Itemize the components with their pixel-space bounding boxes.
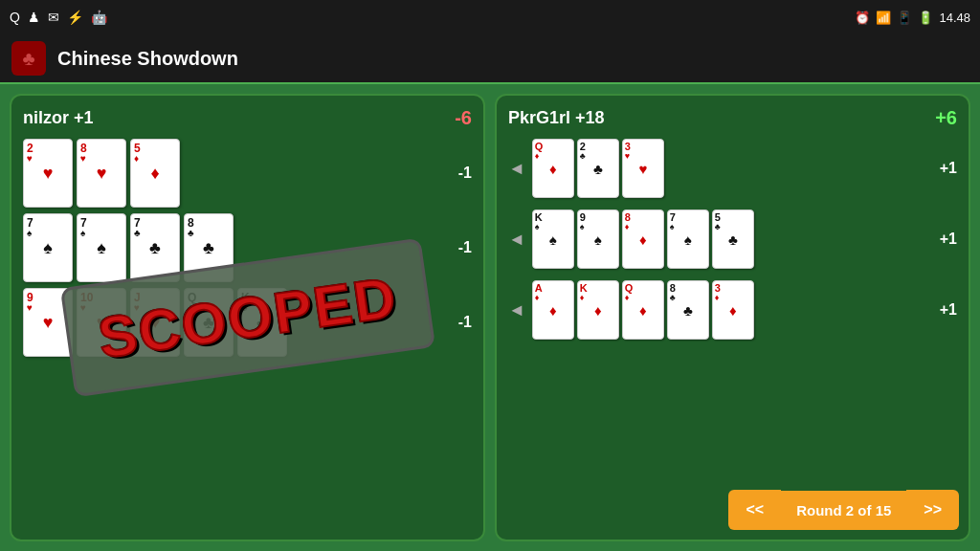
mail-icon: ✉ [48, 10, 59, 25]
prev-round-button[interactable]: << [728, 490, 781, 530]
app-title: Chinese Showdown [57, 48, 238, 70]
status-right-icons: ⏰ 📶 📱 🔋 14.48 [855, 11, 970, 25]
player1-panel: nilzor +1 -6 2♥ ♥ 8♥ ♥ 5♦ ♦ -1 [10, 94, 485, 541]
round-label: Round 2 of 15 [781, 491, 906, 530]
card-ks: K♠ ♠ [532, 209, 574, 269]
player1-row2-score: -1 [438, 239, 472, 256]
player1-row1-score: -1 [438, 165, 472, 182]
player2-name: PkrG1rl +18 [508, 108, 605, 128]
card-8c2: 8♣ ♣ [667, 280, 709, 340]
wifi-icon: 📶 [876, 11, 891, 25]
alarm-icon: ⏰ [855, 11, 870, 25]
main-content: nilzor +1 -6 2♥ ♥ 8♥ ♥ 5♦ ♦ -1 [0, 84, 980, 551]
player2-row-3: ◄ A♦ ♦ K♦ ♦ Q♦ ♦ 8♣ ♣ 3♦ [508, 280, 957, 340]
card-8h: 8♥ ♥ [77, 139, 126, 208]
arrow-left-3: ◄ [508, 300, 525, 320]
player1-name: nilzor +1 [23, 108, 94, 128]
arrow-left-1: ◄ [508, 159, 525, 179]
club-icon: ♣ [22, 48, 34, 70]
arrow-left-2: ◄ [508, 230, 525, 250]
player2-row1-score: +1 [924, 160, 957, 177]
android-icon: 🤖 [91, 10, 107, 25]
next-round-button[interactable]: >> [906, 490, 959, 530]
card-qd: Q♦ ♦ [532, 139, 574, 198]
game-icon: ♟ [28, 10, 40, 25]
player2-header: PkrG1rl +18 +6 [508, 107, 957, 129]
card-3d: 3♦ ♦ [712, 280, 754, 340]
player1-row-1: 2♥ ♥ 8♥ ♥ 5♦ ♦ -1 [23, 139, 472, 208]
card-2h: 2♥ ♥ [23, 139, 73, 208]
player2-score: +6 [935, 107, 957, 129]
app-icon: ♣ [11, 41, 46, 76]
card-9s: 9♠ ♠ [577, 209, 619, 269]
player2-row3-score: +1 [924, 301, 957, 319]
player1-header: nilzor +1 -6 [23, 107, 472, 129]
bottom-navigation: << Round 2 of 15 >> [728, 490, 959, 530]
time-display: 14.48 [939, 11, 970, 25]
card-7s2: 7♠ ♠ [77, 213, 126, 282]
signal-icon: 📱 [897, 11, 912, 25]
title-bar: ♣ Chinese Showdown [0, 34, 980, 84]
scooped-text: SCOOPED [94, 265, 400, 370]
battery-icon: 🔋 [918, 11, 933, 25]
card-5c: 5♣ ♣ [712, 209, 754, 269]
player2-card-rows: ◄ Q♦ ♦ 2♣ ♣ 3♥ ♥ +1 ◄ K♠ [508, 139, 957, 345]
card-ad: A♦ ♦ [532, 280, 574, 340]
card-7s: 7♠ ♠ [667, 209, 709, 269]
card-3h: 3♥ ♥ [622, 139, 664, 198]
player1-row3-score: -1 [438, 314, 472, 331]
status-left-icons: Q ♟ ✉ ⚡ 🤖 [10, 10, 107, 25]
card-qd2: Q♦ ♦ [622, 280, 664, 340]
status-bar: Q ♟ ✉ ⚡ 🤖 ⏰ 📶 📱 🔋 14.48 [0, 0, 980, 34]
player2-row-2: ◄ K♠ ♠ 9♠ ♠ 8♦ ♦ 7♠ ♠ 5♣ [508, 209, 957, 269]
player2-row-1: ◄ Q♦ ♦ 2♣ ♣ 3♥ ♥ +1 [508, 139, 957, 198]
usb-icon: ⚡ [67, 10, 83, 25]
card-5d: 5♦ ♦ [130, 139, 180, 208]
player2-row2-score: +1 [924, 231, 957, 248]
q-icon: Q [10, 10, 20, 25]
player1-score: -6 [455, 107, 472, 129]
player2-panel: PkrG1rl +18 +6 ◄ Q♦ ♦ 2♣ ♣ 3♥ ♥ +1 [495, 94, 970, 541]
card-2c: 2♣ ♣ [577, 139, 619, 198]
card-kd: K♦ ♦ [577, 280, 619, 340]
card-8d: 8♦ ♦ [622, 209, 664, 269]
card-7s1: 7♠ ♠ [23, 213, 73, 282]
